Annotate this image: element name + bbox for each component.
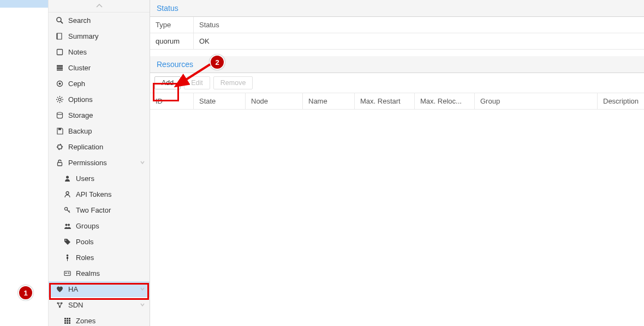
col-max-reloc[interactable]: Max. Reloc... <box>415 93 475 109</box>
resources-table-header: ID State Node Name Max. Restart Max. Rel… <box>150 93 644 110</box>
col-status: Status <box>194 17 644 33</box>
add-button[interactable]: Add <box>154 76 181 89</box>
sidebar-item-replication[interactable]: Replication <box>49 139 150 155</box>
sidebar-item-label: HA <box>68 285 78 293</box>
main-content: Status Type Status quorum OK Resources A… <box>150 0 644 326</box>
sidebar-item-summary[interactable]: Summary <box>49 28 150 44</box>
col-max-restart[interactable]: Max. Restart <box>355 93 415 109</box>
edit-button: Edit <box>184 76 210 89</box>
key-icon <box>63 207 71 214</box>
sidebar-item-search[interactable]: Search <box>49 13 150 28</box>
book-icon <box>55 33 64 40</box>
col-node[interactable]: Node <box>246 93 303 109</box>
cell-type: quorum <box>150 33 194 49</box>
col-state[interactable]: State <box>194 93 246 109</box>
save-icon <box>55 128 64 135</box>
col-group[interactable]: Group <box>475 93 598 109</box>
sidebar-item-label: Summary <box>68 32 99 40</box>
user-icon <box>63 175 71 182</box>
gear-icon <box>55 96 64 103</box>
col-name[interactable]: Name <box>303 93 355 109</box>
search-icon <box>55 17 64 24</box>
chevron-down-icon <box>140 285 145 293</box>
sidebar-item-realms[interactable]: Realms <box>49 265 150 281</box>
note-icon <box>55 49 64 56</box>
resources-toolbar: Add Edit Remove <box>150 73 644 93</box>
svg-line-1 <box>61 21 63 23</box>
sidebar-nav: SearchSummaryNotesClusterCephOptionsStor… <box>49 0 150 326</box>
sidebar-item-label: Realms <box>76 269 100 277</box>
sidebar-item-ceph[interactable]: Ceph <box>49 76 150 92</box>
sidebar-item-options[interactable]: Options <box>49 92 150 107</box>
svg-point-12 <box>66 176 69 179</box>
cell-status: OK <box>194 33 644 49</box>
remove-button: Remove <box>213 76 253 89</box>
sidebar-item-label: Groups <box>76 222 99 230</box>
sidebar-item-label: Two Factor <box>76 206 111 214</box>
svg-point-18 <box>66 255 68 257</box>
col-type: Type <box>150 17 194 33</box>
ceph-icon <box>55 80 64 87</box>
sidebar-item-groups[interactable]: Groups <box>49 218 150 234</box>
sidebar-collapse[interactable] <box>49 0 150 13</box>
svg-point-0 <box>57 17 61 22</box>
sidebar-item-ha[interactable]: HA <box>49 281 150 297</box>
usero-icon <box>63 191 71 198</box>
sidebar-item-backup[interactable]: Backup <box>49 123 150 139</box>
status-table-row: quorum OK <box>150 33 644 50</box>
sidebar-item-zones[interactable]: Zones <box>49 313 150 326</box>
sidebar-item-pools[interactable]: Pools <box>49 234 150 250</box>
users-icon <box>63 222 71 230</box>
sidebar-item-two-factor[interactable]: Two Factor <box>49 202 150 218</box>
unlock-icon <box>55 159 64 166</box>
storage-icon <box>55 112 64 119</box>
sidebar-item-label: Replication <box>68 143 103 151</box>
svg-rect-11 <box>57 162 62 166</box>
svg-rect-5 <box>57 70 63 71</box>
sidebar-item-label: Roles <box>76 253 94 262</box>
chevron-down-icon <box>140 301 145 309</box>
sidebar-item-label: Permissions <box>68 159 107 167</box>
sidebar-item-label: Search <box>68 16 91 25</box>
retweet-icon <box>55 143 64 150</box>
col-id[interactable]: ID <box>150 93 194 109</box>
heartbeat-icon <box>55 286 64 293</box>
sidebar-item-users[interactable]: Users <box>49 171 150 186</box>
sidebar-item-permissions[interactable]: Permissions <box>49 155 150 171</box>
svg-rect-32 <box>64 322 66 324</box>
svg-rect-29 <box>64 320 66 322</box>
svg-rect-34 <box>69 322 70 324</box>
sidebar-item-label: Users <box>76 174 94 183</box>
col-description[interactable]: Description <box>598 93 644 109</box>
svg-point-16 <box>68 224 70 226</box>
sidebar-item-cluster[interactable]: Cluster <box>49 60 150 76</box>
svg-rect-26 <box>64 318 66 319</box>
sidebar-item-sdn[interactable]: SDN <box>49 297 150 313</box>
sidebar-item-label: Notes <box>68 48 87 56</box>
male-icon <box>63 254 71 261</box>
svg-point-15 <box>65 224 67 226</box>
svg-rect-31 <box>69 320 70 322</box>
chevron-up-icon <box>96 4 103 8</box>
sidebar-item-label: Options <box>68 95 93 104</box>
sidebar-item-notes[interactable]: Notes <box>49 44 150 60</box>
svg-point-17 <box>65 240 66 241</box>
sidebar-item-storage[interactable]: Storage <box>49 107 150 123</box>
svg-rect-4 <box>57 68 63 69</box>
sidebar-item-label: Pools <box>76 238 94 246</box>
sidebar-item-roles[interactable]: Roles <box>49 250 150 265</box>
sidebar-item-label: Storage <box>68 111 93 119</box>
svg-rect-28 <box>69 318 70 319</box>
svg-point-13 <box>66 192 69 195</box>
svg-rect-33 <box>67 322 68 324</box>
svg-point-14 <box>64 207 67 210</box>
svg-point-7 <box>58 83 61 85</box>
tree-pane <box>0 0 49 326</box>
idcard-icon <box>63 270 71 277</box>
server-icon <box>55 64 64 71</box>
chevron-down-icon <box>140 159 145 167</box>
sidebar-item-api-tokens[interactable]: API Tokens <box>49 186 150 202</box>
sidebar-item-label: Zones <box>76 317 96 325</box>
th-icon <box>63 317 71 324</box>
tags-icon <box>63 238 71 245</box>
